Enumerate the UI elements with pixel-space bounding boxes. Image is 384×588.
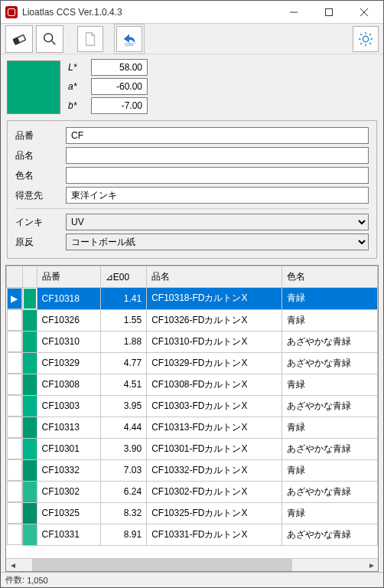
cell-color: あざやかな青緑	[282, 524, 378, 545]
search-button[interactable]	[36, 25, 63, 53]
cell-part-no: CF10325	[37, 502, 100, 524]
cell-part-no: CF10303	[37, 395, 100, 416]
results-grid: 品番 ⊿E00 品名 色名 ▶CF103181.41CF10318-FDカルトン…	[5, 265, 379, 572]
col-part-no[interactable]: 品番	[37, 266, 100, 288]
csv-export-button[interactable]: CSV	[116, 26, 142, 52]
scroll-left-icon[interactable]: ◂	[6, 559, 19, 572]
results-table: 品番 ⊿E00 品名 色名 ▶CF103181.41CF10318-FDカルトン…	[6, 266, 378, 546]
lab-b-label: b*	[68, 100, 86, 111]
col-selector[interactable]	[7, 266, 23, 288]
cell-part-no: CF10302	[37, 481, 100, 502]
row-swatch	[22, 331, 37, 352]
color-swatch	[7, 60, 60, 114]
cell-part-no: CF10332	[37, 459, 100, 481]
table-row[interactable]: CF103327.03CF10332-FDカルトンX青緑	[7, 459, 378, 481]
customer-input[interactable]	[66, 187, 369, 204]
color-name-input[interactable]	[66, 167, 369, 184]
substrate-label: 原反	[15, 236, 60, 249]
substrate-select[interactable]: コートボール紙	[66, 234, 369, 250]
app-icon	[5, 6, 18, 18]
row-swatch	[22, 374, 37, 395]
row-indicator	[7, 395, 22, 416]
cell-de: 3.90	[100, 438, 146, 459]
cell-de: 1.88	[100, 331, 146, 352]
table-row[interactable]: ▶CF103181.41CF10318-FDカルトンX青緑	[7, 288, 378, 310]
cell-de: 4.77	[100, 352, 146, 374]
cell-part-no: CF10329	[37, 352, 100, 374]
cell-de: 7.03	[100, 459, 146, 481]
col-swatch[interactable]	[22, 266, 37, 288]
ink-select[interactable]: UV	[66, 214, 369, 230]
part-no-label: 品番	[15, 129, 60, 142]
input-area: L* a* b* 品番 品名 色名 得意先 インキUV 原反コートボール紙	[1, 54, 383, 262]
col-name[interactable]: 品名	[147, 266, 282, 288]
table-row[interactable]: CF103294.77CF10329-FDカルトンXあざやかな青緑	[7, 352, 378, 374]
new-doc-button[interactable]	[77, 26, 103, 52]
cell-name: CF10332-FDカルトンX	[147, 459, 282, 481]
row-swatch	[22, 309, 37, 331]
lab-l-input[interactable]	[91, 59, 148, 76]
cell-name: CF10302-FDカルトンX	[147, 481, 282, 502]
cell-name: CF10331-FDカルトンX	[147, 524, 282, 545]
cell-color: 青緑	[282, 416, 378, 438]
name-label: 品名	[15, 149, 60, 162]
table-row[interactable]: CF103318.91CF10331-FDカルトンXあざやかな青緑	[7, 524, 378, 545]
lab-row: L* a* b*	[7, 59, 377, 114]
scroll-thumb[interactable]	[32, 559, 292, 571]
row-swatch	[22, 524, 37, 545]
ink-label: インキ	[15, 216, 60, 229]
row-indicator: ▶	[7, 288, 22, 309]
close-button[interactable]	[347, 1, 382, 24]
col-color[interactable]: 色名	[282, 266, 378, 288]
lab-b-input[interactable]	[91, 97, 148, 114]
row-swatch	[22, 288, 37, 310]
cell-de: 3.95	[100, 395, 146, 416]
eraser-button[interactable]	[5, 25, 33, 53]
table-row[interactable]: CF103101.88CF10310-FDカルトンXあざやかな青緑	[7, 331, 378, 352]
cell-name: CF10325-FDカルトンX	[147, 502, 282, 524]
maximize-button[interactable]	[311, 1, 347, 24]
table-row[interactable]: CF103261.55CF10326-FDカルトンX青緑	[7, 309, 378, 331]
cell-color: 青緑	[282, 502, 378, 524]
row-indicator	[7, 481, 22, 502]
cell-de: 8.32	[100, 502, 146, 524]
lab-fields: L* a* b*	[68, 59, 148, 114]
cell-part-no: CF10301	[37, 438, 100, 459]
table-row[interactable]: CF103026.24CF10302-FDカルトンXあざやかな青緑	[7, 481, 378, 502]
minimize-button[interactable]	[276, 1, 311, 24]
cell-color: あざやかな青緑	[282, 481, 378, 502]
row-swatch	[22, 416, 37, 438]
color-name-label: 色名	[15, 169, 60, 182]
row-swatch	[22, 438, 37, 459]
table-row[interactable]: CF103033.95CF10303-FDカルトンXあざやかな青緑	[7, 395, 378, 416]
settings-button[interactable]	[353, 26, 379, 52]
titlebar: Lioatlas CCS Ver.1.0.4.3	[1, 1, 383, 24]
lab-a-input[interactable]	[91, 78, 148, 95]
cell-part-no: CF10326	[37, 309, 100, 331]
row-swatch	[22, 502, 37, 524]
table-row[interactable]: CF103084.51CF10308-FDカルトンX青緑	[7, 374, 378, 395]
cell-de: 1.41	[100, 288, 146, 310]
col-de[interactable]: ⊿E00	[100, 266, 146, 288]
cell-color: 青緑	[282, 309, 378, 331]
row-indicator	[7, 502, 22, 524]
part-no-input[interactable]	[66, 127, 369, 144]
row-indicator	[7, 438, 22, 459]
table-row[interactable]: CF103134.44CF10313-FDカルトンX青緑	[7, 416, 378, 438]
cell-name: CF10301-FDカルトンX	[147, 438, 282, 459]
table-row[interactable]: CF103013.90CF10301-FDカルトンXあざやかな青緑	[7, 438, 378, 459]
lab-a-label: a*	[68, 81, 86, 92]
name-input[interactable]	[66, 147, 369, 164]
cell-color: あざやかな青緑	[282, 352, 378, 374]
row-swatch	[22, 352, 37, 374]
cell-name: CF10303-FDカルトンX	[147, 395, 282, 416]
form-divider	[15, 208, 369, 209]
cell-name: CF10326-FDカルトンX	[147, 309, 282, 331]
toolbar: CSV	[1, 24, 383, 54]
scroll-right-icon[interactable]: ▸	[365, 559, 378, 572]
row-indicator	[7, 459, 22, 481]
horizontal-scrollbar[interactable]: ◂ ▸	[6, 558, 378, 571]
cell-name: CF10308-FDカルトンX	[147, 374, 282, 395]
grid-scroll[interactable]: 品番 ⊿E00 品名 色名 ▶CF103181.41CF10318-FDカルトン…	[6, 266, 378, 558]
table-row[interactable]: CF103258.32CF10325-FDカルトンX青緑	[7, 502, 378, 524]
